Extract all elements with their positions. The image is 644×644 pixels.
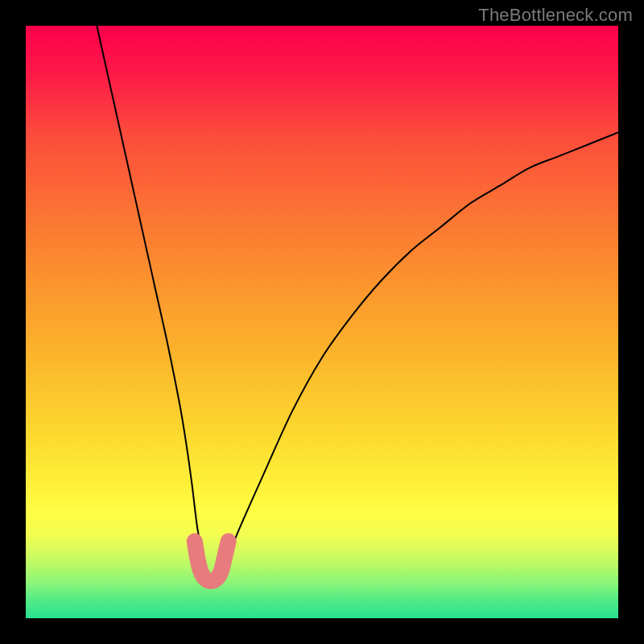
curve-layer [26,26,618,618]
valley-marker [195,541,229,580]
chart-frame: TheBottleneck.com [0,0,644,644]
bottleneck-curve [97,26,618,583]
attribution-label: TheBottleneck.com [478,5,633,26]
plot-area [26,26,618,618]
